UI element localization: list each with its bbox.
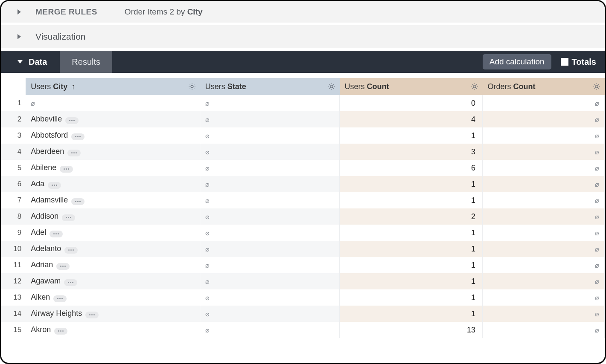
cell-users-city[interactable]: Abbeville <box>26 111 200 127</box>
column-header-users-state[interactable]: Users State <box>200 78 340 95</box>
cell-users-state[interactable]: ⌀ <box>200 208 340 225</box>
cell-orders-count[interactable]: ⌀ <box>483 192 605 208</box>
cell-orders-count[interactable]: ⌀ <box>483 289 605 306</box>
cell-users-count[interactable]: 4 <box>340 111 483 127</box>
ellipsis-icon[interactable] <box>85 312 99 318</box>
cell-value: 1 <box>471 277 477 286</box>
cell-users-state[interactable]: ⌀ <box>200 289 340 306</box>
rownum-header <box>1 78 26 95</box>
cell-users-state[interactable]: ⌀ <box>200 257 340 273</box>
cell-users-count[interactable]: 1 <box>340 176 483 192</box>
cell-users-state[interactable]: ⌀ <box>200 95 340 111</box>
cell-users-count[interactable]: 1 <box>340 225 483 241</box>
cell-orders-count[interactable]: ⌀ <box>483 95 605 111</box>
cell-users-state[interactable]: ⌀ <box>200 127 340 144</box>
ellipsis-icon[interactable] <box>62 214 75 221</box>
cell-orders-count[interactable]: ⌀ <box>483 257 605 273</box>
cell-orders-count[interactable]: ⌀ <box>483 160 605 176</box>
ellipsis-icon[interactable] <box>48 182 61 189</box>
ellipsis-icon[interactable] <box>71 198 84 205</box>
null-icon: ⌀ <box>205 181 210 188</box>
cell-users-city[interactable]: Akron <box>26 322 200 338</box>
cell-users-count[interactable]: 1 <box>340 306 483 322</box>
cell-users-city[interactable]: Adrian <box>26 257 200 273</box>
cell-users-count[interactable]: 6 <box>340 160 483 176</box>
totals-toggle[interactable]: Totals <box>561 57 596 67</box>
cell-users-city[interactable]: Adelanto <box>26 241 200 257</box>
cell-users-state[interactable]: ⌀ <box>200 176 340 192</box>
cell-users-count[interactable]: 1 <box>340 273 483 289</box>
ellipsis-icon[interactable] <box>71 133 84 140</box>
cell-users-count[interactable]: 1 <box>340 289 483 306</box>
cell-orders-count[interactable]: ⌀ <box>483 241 605 257</box>
null-icon: ⌀ <box>595 310 599 318</box>
cell-users-state[interactable]: ⌀ <box>200 306 340 322</box>
app-window: MERGE RULES Order Items 2 by City Visual… <box>0 0 606 364</box>
null-icon: ⌀ <box>595 278 599 285</box>
column-header-orders-count[interactable]: Orders Count <box>483 78 605 95</box>
merge-rules-panel[interactable]: MERGE RULES Order Items 2 by City <box>1 1 605 25</box>
ellipsis-icon[interactable] <box>50 231 63 237</box>
cell-users-city[interactable]: Adel <box>26 225 200 241</box>
cell-users-city[interactable]: Aberdeen <box>26 144 200 160</box>
merge-rules-subtitle: Order Items 2 by City <box>125 7 203 17</box>
cell-orders-count[interactable]: ⌀ <box>483 176 605 192</box>
tab-results[interactable]: Results <box>60 51 112 73</box>
column-header-users-count[interactable]: Users Count <box>340 78 483 95</box>
cell-users-city[interactable]: Aiken <box>26 289 200 306</box>
cell-users-city[interactable]: Abilene <box>26 160 200 176</box>
table-row: 3Abbotsford⌀1⌀ <box>1 127 605 144</box>
cell-users-state[interactable]: ⌀ <box>200 144 340 160</box>
cell-orders-count[interactable]: ⌀ <box>483 111 605 127</box>
ellipsis-icon[interactable] <box>67 150 81 156</box>
cell-users-city[interactable]: Abbotsford <box>26 127 200 144</box>
ellipsis-icon[interactable] <box>56 263 70 270</box>
cell-value: Adelanto <box>31 244 61 253</box>
cell-orders-count[interactable]: ⌀ <box>483 273 605 289</box>
cell-users-count[interactable]: 1 <box>340 257 483 273</box>
cell-users-state[interactable]: ⌀ <box>200 225 340 241</box>
cell-users-city[interactable]: Airway Heights <box>26 306 200 322</box>
cell-orders-count[interactable]: ⌀ <box>483 208 605 225</box>
ellipsis-icon[interactable] <box>60 166 73 173</box>
column-header-users-city[interactable]: Users City ↑ <box>26 78 200 95</box>
ellipsis-icon[interactable] <box>65 117 79 124</box>
cell-users-city[interactable]: Addison <box>26 208 200 225</box>
cell-users-count[interactable]: 1 <box>340 192 483 208</box>
cell-users-state[interactable]: ⌀ <box>200 241 340 257</box>
gear-icon[interactable] <box>328 83 335 90</box>
cell-users-state[interactable]: ⌀ <box>200 273 340 289</box>
cell-users-city[interactable]: ⌀ <box>26 95 200 111</box>
cell-orders-count[interactable]: ⌀ <box>483 322 605 338</box>
gear-icon[interactable] <box>593 83 600 90</box>
cell-users-count[interactable]: 13 <box>340 322 483 338</box>
null-icon: ⌀ <box>595 148 599 156</box>
cell-users-state[interactable]: ⌀ <box>200 111 340 127</box>
add-calculation-button[interactable]: Add calculation <box>483 54 551 69</box>
ellipsis-icon[interactable] <box>54 328 67 335</box>
visualization-panel[interactable]: Visualization <box>1 25 605 51</box>
cell-orders-count[interactable]: ⌀ <box>483 127 605 144</box>
cell-value: 0 <box>471 99 477 107</box>
cell-users-state[interactable]: ⌀ <box>200 322 340 338</box>
cell-users-count[interactable]: 2 <box>340 208 483 225</box>
data-section-toggle[interactable]: Data <box>1 51 60 73</box>
cell-users-count[interactable]: 3 <box>340 144 483 160</box>
table-row: 2Abbeville⌀4⌀ <box>1 111 605 127</box>
cell-orders-count[interactable]: ⌀ <box>483 306 605 322</box>
cell-orders-count[interactable]: ⌀ <box>483 225 605 241</box>
gear-icon[interactable] <box>188 83 196 90</box>
cell-users-city[interactable]: Agawam <box>26 273 200 289</box>
ellipsis-icon[interactable] <box>64 247 78 254</box>
cell-users-city[interactable]: Adamsville <box>26 192 200 208</box>
cell-users-state[interactable]: ⌀ <box>200 192 340 208</box>
ellipsis-icon[interactable] <box>53 295 67 302</box>
cell-orders-count[interactable]: ⌀ <box>483 144 605 160</box>
ellipsis-icon[interactable] <box>64 279 77 286</box>
cell-users-count[interactable]: 0 <box>340 95 483 111</box>
cell-users-count[interactable]: 1 <box>340 127 483 144</box>
cell-users-count[interactable]: 1 <box>340 241 483 257</box>
gear-icon[interactable] <box>471 83 478 90</box>
cell-users-state[interactable]: ⌀ <box>200 160 340 176</box>
cell-users-city[interactable]: Ada <box>26 176 200 192</box>
